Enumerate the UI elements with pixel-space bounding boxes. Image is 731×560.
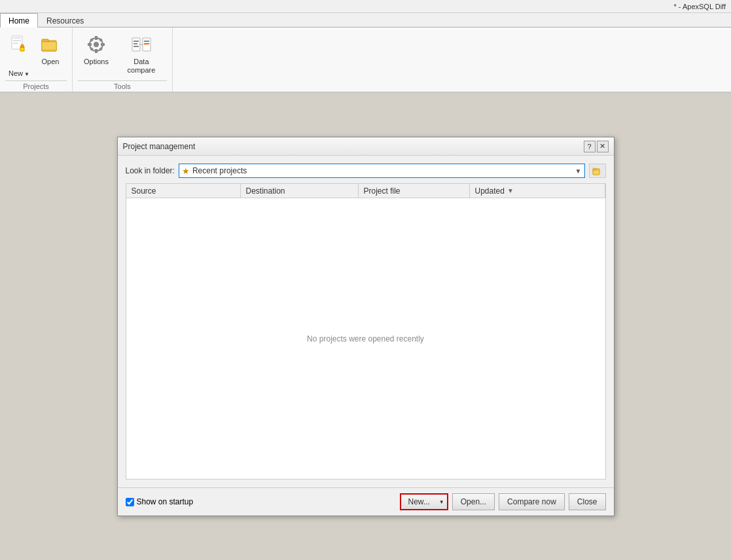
dialog-title-bar: Project management ? ✕: [118, 137, 614, 156]
project-management-dialog: Project management ? ✕ Look in folder: ★…: [117, 137, 615, 516]
title-bar: * - ApexSQL Diff: [0, 0, 731, 13]
ribbon-data-compare-button[interactable]: Data compare: [116, 31, 167, 80]
ribbon-buttons-projects: New ▼ Open: [5, 30, 67, 80]
svg-rect-12: [95, 36, 98, 40]
col-header-source[interactable]: Source: [126, 184, 241, 198]
look-in-combo[interactable]: ★ Recent projects ▼: [179, 164, 585, 178]
svg-rect-1: [13, 37, 21, 39]
svg-rect-27: [144, 43, 149, 44]
project-table: Source Destination Project file Updated …: [126, 183, 606, 480]
svg-rect-8: [42, 39, 48, 42]
open-button[interactable]: Open...: [452, 493, 495, 510]
data-compare-icon: [131, 34, 152, 55]
tab-bar: Home Resources: [0, 13, 731, 27]
svg-point-11: [94, 42, 99, 47]
look-in-browse-button[interactable]: [589, 164, 606, 178]
main-content: Project management ? ✕ Look in folder: ★…: [0, 93, 731, 560]
ribbon-new-button[interactable]: New ▼: [5, 31, 33, 80]
show-on-startup-row: Show on startup: [126, 497, 194, 506]
look-in-star-icon: ★: [182, 166, 190, 176]
ribbon: New ▼ Open: [0, 27, 731, 93]
table-body: No projects were opened recently: [126, 198, 605, 479]
svg-rect-14: [88, 43, 92, 46]
options-button-label: Options: [84, 58, 109, 65]
svg-rect-3: [13, 43, 18, 44]
data-compare-button-label: Data compare: [122, 58, 161, 75]
ribbon-buttons-tools: Options: [78, 30, 167, 80]
title-bar-text: * - ApexSQL Diff: [674, 3, 726, 10]
table-header: Source Destination Project file Updated …: [126, 184, 605, 198]
show-on-startup-label: Show on startup: [137, 497, 194, 506]
svg-rect-23: [144, 41, 149, 42]
dialog-title-buttons: ? ✕: [584, 141, 609, 152]
options-icon: [86, 34, 107, 55]
tab-home[interactable]: Home: [0, 13, 38, 27]
new-dropdown-arrow-button[interactable]: ▼: [437, 495, 447, 509]
dialog-footer: Show on startup New... ▼ Open... Compare…: [118, 487, 614, 516]
new-dropdown-icon: ▼: [439, 499, 444, 505]
ribbon-open-button[interactable]: Open: [34, 31, 67, 80]
new-button-label: New: [9, 69, 23, 77]
empty-message: No projects were opened recently: [307, 334, 424, 343]
look-in-dropdown-icon[interactable]: ▼: [575, 167, 582, 175]
svg-rect-30: [593, 168, 596, 170]
show-on-startup-checkbox[interactable]: [126, 498, 134, 506]
open-icon: [40, 34, 61, 55]
svg-rect-29: [593, 170, 599, 175]
ribbon-group-projects: New ▼ Open: [0, 27, 73, 92]
look-in-row: Look in folder: ★ Recent projects ▼: [126, 164, 606, 178]
svg-rect-24: [134, 43, 137, 44]
look-in-label: Look in folder:: [126, 166, 175, 175]
col-header-destination[interactable]: Destination: [241, 184, 359, 198]
sort-icon: ▼: [507, 187, 514, 194]
svg-rect-26: [134, 46, 139, 47]
svg-rect-22: [134, 41, 139, 42]
svg-marker-4: [20, 47, 24, 51]
tab-resources[interactable]: Resources: [38, 13, 92, 27]
dialog-title: Project management: [123, 142, 196, 151]
ribbon-options-button[interactable]: Options: [78, 31, 115, 80]
projects-group-label: Projects: [5, 80, 67, 92]
look-in-value: Recent projects: [192, 166, 573, 175]
new-split-button[interactable]: New... ▼: [400, 493, 448, 510]
dialog-body: Look in folder: ★ Recent projects ▼: [118, 156, 614, 487]
svg-rect-15: [101, 43, 105, 46]
col-header-updated[interactable]: Updated ▼: [470, 184, 605, 198]
dialog-help-button[interactable]: ?: [584, 141, 596, 152]
svg-rect-2: [13, 40, 21, 41]
ribbon-group-tools: Options: [73, 27, 173, 92]
close-button[interactable]: Close: [569, 493, 606, 510]
open-button-label: Open: [42, 58, 60, 65]
dialog-close-button[interactable]: ✕: [597, 141, 609, 152]
svg-rect-13: [95, 49, 98, 53]
svg-rect-9: [42, 42, 56, 50]
col-header-project-file[interactable]: Project file: [359, 184, 470, 198]
new-icon: [9, 34, 29, 56]
compare-now-button[interactable]: Compare now: [499, 493, 565, 510]
new-main-button[interactable]: New...: [401, 495, 436, 509]
tools-group-label: Tools: [78, 80, 167, 92]
